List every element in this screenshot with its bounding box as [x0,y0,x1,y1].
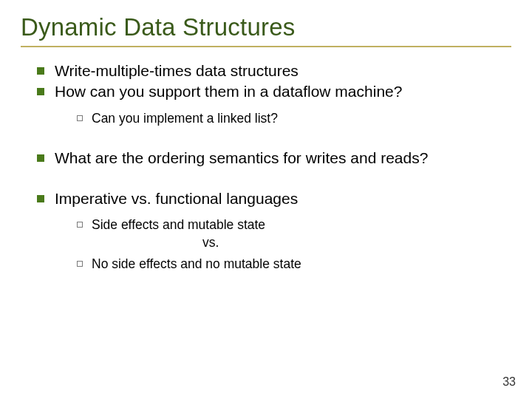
slide: Dynamic Data Structures Write-multiple-t… [0,0,532,399]
sub-bullet-multiline: Side effects and mutable state vs. [92,216,265,251]
bullet-text: Write-multiple-times data structures [55,61,299,81]
bullet-text: How can you support them in a dataflow m… [55,81,402,102]
bullet-item: What are the ordering semantics for writ… [37,148,511,168]
sub-bullet-item: Can you implement a linked list? [77,110,511,128]
content-area: Write-multiple-times data structures How… [21,61,511,273]
sub-bullet-text: Side effects and mutable state [92,216,265,234]
sub-bullet-text: No side effects and no mutable state [92,256,301,273]
hollow-square-bullet-icon [77,222,83,228]
sub-bullet-group: Side effects and mutable state vs. No si… [37,216,511,273]
hollow-square-bullet-icon [77,115,83,121]
square-bullet-icon [37,195,44,202]
bullet-text: Imperative vs. functional languages [55,188,298,209]
bullet-text: What are the ordering semantics for writ… [55,148,428,168]
spacer [37,169,511,188]
sub-bullet-vs: vs. [92,234,265,252]
hollow-square-bullet-icon [77,261,83,267]
bullet-item: How can you support them in a dataflow m… [37,81,511,102]
sub-bullet-group: Can you implement a linked list? [37,110,511,128]
sub-bullet-item: No side effects and no mutable state [77,256,511,273]
slide-title: Dynamic Data Structures [21,13,511,41]
title-underline [21,46,511,47]
spacer [37,127,511,148]
page-number: 33 [502,375,516,389]
sub-bullet-item: Side effects and mutable state vs. [77,216,511,251]
square-bullet-icon [37,154,44,162]
sub-bullet-text: Can you implement a linked list? [92,110,278,128]
bullet-item: Write-multiple-times data structures [37,61,511,81]
bullet-item: Imperative vs. functional languages [37,188,511,209]
square-bullet-icon [37,88,44,95]
square-bullet-icon [37,67,44,75]
